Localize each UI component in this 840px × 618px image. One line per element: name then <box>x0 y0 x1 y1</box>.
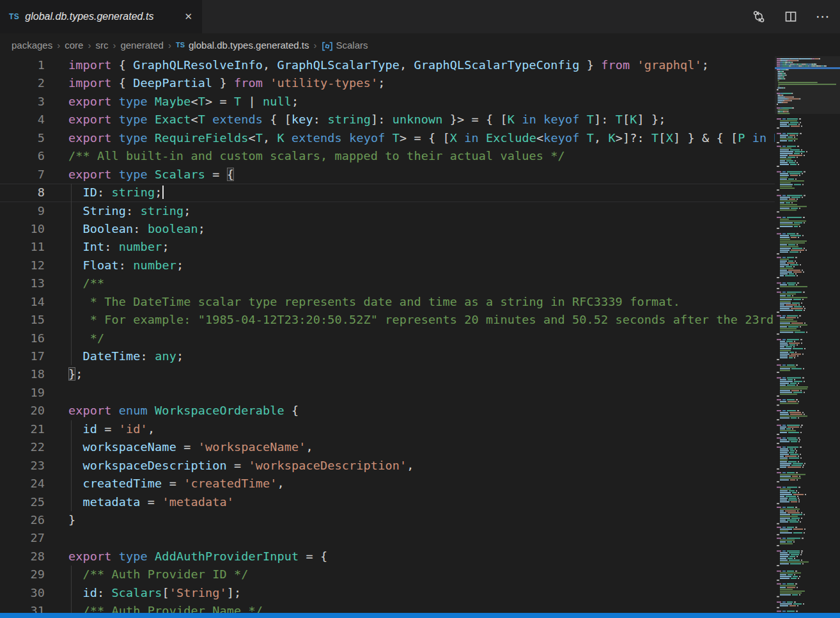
line-number: 20 <box>0 402 45 420</box>
breadcrumb-item-symbol-scalars[interactable]: Scalars <box>336 40 368 51</box>
line-number: 27 <box>0 529 45 547</box>
code-line[interactable]: 23 workspaceDescription = 'workspaceDesc… <box>0 457 775 475</box>
code-text: workspaceDescription = 'workspaceDescrip… <box>68 459 414 472</box>
line-number: 12 <box>0 257 45 274</box>
more-actions-icon[interactable]: ⋯ <box>816 10 830 24</box>
code-line[interactable]: 8 ID: string; <box>0 184 775 202</box>
minimap-canvas <box>775 56 840 613</box>
code-line[interactable]: 7export type Scalars = { <box>0 166 775 184</box>
line-number: 29 <box>0 566 45 583</box>
code-text: import { DeepPartial } from 'utility-typ… <box>68 76 385 90</box>
line-number: 3 <box>0 93 45 111</box>
minimap[interactable] <box>775 56 840 613</box>
code-line[interactable]: 30 id: Scalars['String']; <box>0 584 775 602</box>
code-line[interactable]: 21 id = 'id', <box>0 420 775 438</box>
line-number: 28 <box>0 548 45 566</box>
code-line[interactable]: 26} <box>0 511 775 529</box>
code-line[interactable]: 29 /** Auth Provider ID */ <box>0 566 775 583</box>
line-number: 7 <box>0 166 45 184</box>
line-number: 6 <box>0 147 45 165</box>
code-line[interactable]: 22 workspaceName = 'workspaceName', <box>0 438 775 456</box>
code-line[interactable]: 18}; <box>0 365 775 383</box>
code-text: /** Auth Provider ID */ <box>68 567 248 581</box>
bottom-focus-border <box>0 613 840 618</box>
breadcrumb-item-packages[interactable]: packages <box>12 40 52 51</box>
code-text: Int: number; <box>68 240 169 253</box>
code-lines: 1import { GraphQLResolveInfo, GraphQLSca… <box>0 56 775 613</box>
line-number: 8 <box>0 184 45 202</box>
line-number: 14 <box>0 293 45 311</box>
code-line[interactable]: 10 Boolean: boolean; <box>0 220 775 238</box>
line-number: 23 <box>0 457 45 475</box>
code-line[interactable]: 9 String: string; <box>0 202 775 220</box>
code-line[interactable]: 28export type AddAuthProviderInput = { <box>0 548 775 566</box>
code-line[interactable]: 25 metadata = 'metadata' <box>0 493 775 511</box>
code-text: */ <box>68 331 104 345</box>
code-line[interactable]: 11 Int: number; <box>0 238 775 256</box>
code-line[interactable]: 19 <box>0 384 775 402</box>
tab-global-db-types[interactable]: TS global.db.types.generated.ts ✕ <box>0 0 202 33</box>
code-line[interactable]: 2import { DeepPartial } from 'utility-ty… <box>0 74 775 92</box>
code-line[interactable]: 24 createdTime = 'createdTime', <box>0 475 775 493</box>
code-text: * For example: "1985-04-12T23:20:50.52Z"… <box>68 313 775 326</box>
line-number: 22 <box>0 438 45 456</box>
code-line[interactable]: 27 <box>0 529 775 547</box>
breadcrumb-item-core[interactable]: core <box>65 40 83 51</box>
code-text: String: string; <box>68 204 191 218</box>
code-line[interactable]: 31 /** Auth Provider Name */ <box>0 602 775 613</box>
code-text: import { GraphQLResolveInfo, GraphQLScal… <box>68 58 709 72</box>
open-changes-icon[interactable] <box>752 10 766 24</box>
code-line[interactable]: 5export type RequireFields<T, K extends … <box>0 129 775 147</box>
code-text: export type RequireFields<T, K extends k… <box>68 131 775 145</box>
code-line[interactable]: 16 */ <box>0 329 775 347</box>
typescript-file-icon: TS <box>176 41 185 49</box>
code-line[interactable]: 20export enum WorkspaceOrderable { <box>0 402 775 420</box>
code-line[interactable]: 13 /** <box>0 274 775 292</box>
line-number: 18 <box>0 365 45 383</box>
breadcrumb-item-file[interactable]: global.db.types.generated.ts <box>189 40 309 51</box>
line-number: 2 <box>0 74 45 92</box>
code-text: export type AddAuthProviderInput = { <box>68 550 327 563</box>
line-number: 1 <box>0 56 45 74</box>
breadcrumb-item-generated[interactable]: generated <box>120 40 164 51</box>
chevron-right-icon: › <box>57 40 60 51</box>
code-text: } <box>68 513 75 527</box>
code-text: createdTime = 'createdTime', <box>68 477 284 490</box>
code-line[interactable]: 4export type Exact<T extends { [key: str… <box>0 111 775 129</box>
code-text: DateTime: any; <box>68 349 183 363</box>
text-cursor <box>162 186 164 199</box>
ellipsis-glyph: ⋯ <box>816 13 830 20</box>
type-symbol-icon <box>322 42 333 51</box>
code-line[interactable]: 12 Float: number; <box>0 257 775 274</box>
code-text: Boolean: boolean; <box>68 222 205 235</box>
code-line[interactable]: 17 DateTime: any; <box>0 347 775 365</box>
code-text: export type Exact<T extends { [key: stri… <box>68 113 666 126</box>
line-number: 4 <box>0 111 45 129</box>
code-line[interactable]: 3export type Maybe<T> = T | null; <box>0 93 775 111</box>
line-number: 9 <box>0 202 45 220</box>
code-line[interactable]: 15 * For example: "1985-04-12T23:20:50.5… <box>0 311 775 329</box>
breadcrumb: packages › core › src › generated › TS g… <box>0 33 840 56</box>
tab-title: global.db.types.generated.ts <box>25 11 176 22</box>
line-number: 10 <box>0 220 45 238</box>
code-text: export enum WorkspaceOrderable { <box>68 404 299 417</box>
code-text: workspaceName = 'workspaceName', <box>68 440 313 454</box>
breadcrumb-item-src[interactable]: src <box>95 40 108 51</box>
code-line[interactable]: 14 * The DateTime scalar type represents… <box>0 293 775 311</box>
code-text: export type Scalars = { <box>68 168 234 181</box>
tab-close-icon[interactable]: ✕ <box>182 10 194 24</box>
line-number: 26 <box>0 511 45 529</box>
code-text: metadata = 'metadata' <box>68 495 234 509</box>
code-line[interactable]: 1import { GraphQLResolveInfo, GraphQLSca… <box>0 56 775 74</box>
code-text: id: Scalars['String']; <box>68 586 241 599</box>
split-editor-icon[interactable] <box>784 10 798 24</box>
minimap-current-line-marker <box>775 67 840 69</box>
minimap-viewport[interactable] <box>775 56 840 114</box>
editor-actions: ⋯ <box>752 0 840 33</box>
chevron-right-icon: › <box>314 40 317 51</box>
line-number: 19 <box>0 384 45 402</box>
code-text: ID: string; <box>68 186 164 199</box>
chevron-right-icon: › <box>113 40 116 51</box>
code-line[interactable]: 6/** All built-in and custom scalars, ma… <box>0 147 775 165</box>
code-text: export type Maybe<T> = T | null; <box>68 95 299 108</box>
